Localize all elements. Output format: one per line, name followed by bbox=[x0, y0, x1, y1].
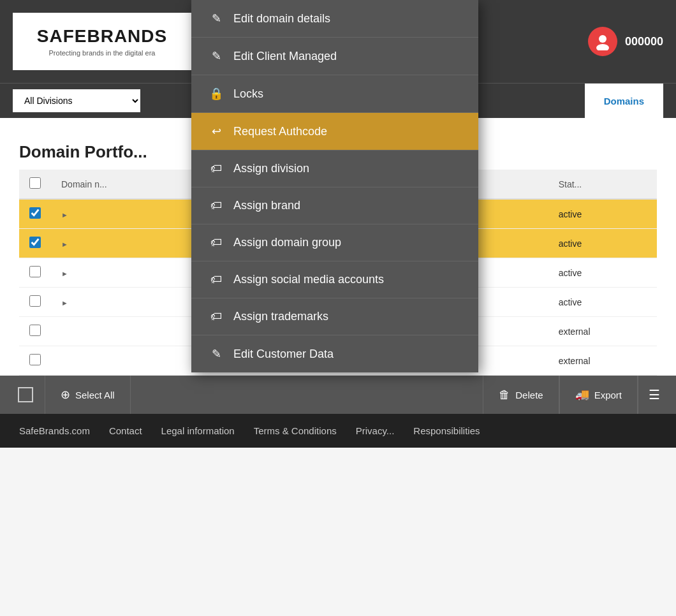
row-status: external bbox=[548, 346, 657, 376]
row-checkbox-cell bbox=[19, 258, 51, 288]
bottom-toolbar: ⊕ Select All 🗑 Delete 🚚 Export ☰ bbox=[0, 376, 676, 414]
export-icon: 🚚 bbox=[575, 388, 589, 402]
row-checkbox[interactable] bbox=[29, 237, 41, 248]
menu-item-icon: 🏷 bbox=[209, 310, 223, 323]
row-checkbox[interactable] bbox=[29, 354, 41, 365]
menu-item-label: Assign division bbox=[233, 162, 309, 175]
footer-link-safebrands[interactable]: SafeBrands.com bbox=[19, 425, 90, 436]
select-all-label: Select All bbox=[75, 390, 115, 400]
footer-link-responsibilities[interactable]: Responsibilities bbox=[413, 425, 480, 436]
chevron-right-icon[interactable]: ► bbox=[61, 240, 68, 248]
row-checkbox[interactable] bbox=[29, 266, 41, 277]
menu-item-label: Assign domain group bbox=[233, 236, 341, 249]
row-checkbox-cell bbox=[19, 229, 51, 258]
row-checkbox-cell bbox=[19, 199, 51, 229]
row-checkbox-cell bbox=[19, 346, 51, 376]
row-status: external bbox=[548, 317, 657, 346]
svg-point-0 bbox=[599, 35, 606, 43]
columns-icon: ☰ bbox=[649, 387, 660, 402]
menu-item-icon: 🔒 bbox=[209, 87, 223, 101]
menu-item-label: Assign brand bbox=[233, 199, 300, 212]
menu-item-icon: ✎ bbox=[209, 49, 223, 63]
menu-item-1[interactable]: ✎Edit Client Managed bbox=[191, 38, 478, 75]
menu-item-2[interactable]: 🔒Locks bbox=[191, 75, 478, 113]
row-status: active bbox=[548, 229, 657, 258]
chevron-right-icon[interactable]: ► bbox=[61, 270, 68, 277]
footer: SafeBrands.com Contact Legal information… bbox=[0, 414, 676, 448]
chevron-right-icon[interactable]: ► bbox=[61, 211, 68, 219]
logo-subtitle: Protecting brands in the digital era bbox=[49, 49, 156, 57]
footer-link-contact[interactable]: Contact bbox=[109, 425, 142, 436]
footer-link-privacy[interactable]: Privacy... bbox=[356, 425, 395, 436]
menu-item-label: Edit domain details bbox=[233, 12, 330, 26]
row-status: active bbox=[548, 288, 657, 317]
user-avatar[interactable] bbox=[588, 27, 617, 56]
delete-icon: 🗑 bbox=[499, 388, 510, 402]
logo-title: SAFEBRANDS bbox=[37, 26, 167, 47]
row-checkbox[interactable] bbox=[29, 207, 41, 219]
chevron-right-icon[interactable]: ► bbox=[61, 299, 68, 307]
col-status: Stat... bbox=[548, 170, 657, 199]
select-all-icon: ⊕ bbox=[61, 388, 70, 402]
col-checkbox bbox=[19, 170, 51, 199]
divisions-select[interactable]: All Divisions bbox=[13, 89, 140, 112]
menu-item-icon: 🏷 bbox=[209, 162, 223, 175]
row-status: active bbox=[548, 199, 657, 229]
context-menu: ✎Edit domain details✎Edit Client Managed… bbox=[191, 0, 478, 372]
menu-item-label: Locks bbox=[233, 87, 263, 101]
menu-item-icon: 🏷 bbox=[209, 273, 223, 286]
row-checkbox[interactable] bbox=[29, 325, 41, 336]
footer-link-legal[interactable]: Legal information bbox=[161, 425, 235, 436]
menu-item-label: Request Authcode bbox=[233, 125, 327, 138]
export-label: Export bbox=[594, 390, 622, 400]
menu-item-icon: 🏷 bbox=[209, 236, 223, 249]
row-checkbox-cell bbox=[19, 288, 51, 317]
menu-item-label: Edit Customer Data bbox=[233, 348, 334, 361]
columns-button[interactable]: ☰ bbox=[638, 376, 670, 414]
row-expand-arrow[interactable]: ► bbox=[51, 199, 189, 229]
footer-link-terms[interactable]: Terms & Conditions bbox=[254, 425, 337, 436]
tab-domains[interactable]: Domains bbox=[585, 84, 663, 118]
col-domain: Domain n... bbox=[51, 170, 189, 199]
svg-point-1 bbox=[596, 44, 609, 50]
menu-item-icon: ✎ bbox=[209, 11, 223, 26]
menu-item-9[interactable]: ✎Edit Customer Data bbox=[191, 335, 478, 372]
row-expand-arrow[interactable]: ► bbox=[51, 229, 189, 258]
select-all-button[interactable]: ⊕ Select All bbox=[45, 376, 131, 414]
menu-item-icon: ↩ bbox=[209, 124, 223, 138]
row-checkbox-cell bbox=[19, 317, 51, 346]
header-right: 000000 bbox=[588, 27, 663, 56]
menu-item-8[interactable]: 🏷Assign trademarks bbox=[191, 298, 478, 335]
row-expand-arrow bbox=[51, 346, 189, 376]
row-checkbox[interactable] bbox=[29, 295, 41, 307]
logo[interactable]: SAFEBRANDS Protecting brands in the digi… bbox=[13, 13, 191, 70]
user-id: 000000 bbox=[625, 35, 663, 48]
row-expand-arrow[interactable]: ► bbox=[51, 258, 189, 288]
menu-item-icon: ✎ bbox=[209, 347, 223, 361]
toolbar-checkbox-cell bbox=[6, 387, 45, 402]
row-expand-arrow[interactable]: ► bbox=[51, 288, 189, 317]
delete-label: Delete bbox=[515, 390, 543, 400]
delete-button[interactable]: 🗑 Delete bbox=[483, 376, 559, 414]
row-status: active bbox=[548, 258, 657, 288]
menu-item-6[interactable]: 🏷Assign domain group bbox=[191, 224, 478, 261]
select-all-header-checkbox[interactable] bbox=[29, 177, 41, 189]
menu-item-5[interactable]: 🏷Assign brand bbox=[191, 187, 478, 224]
menu-item-label: Assign social media accounts bbox=[233, 273, 384, 286]
menu-item-icon: 🏷 bbox=[209, 199, 223, 212]
menu-item-0[interactable]: ✎Edit domain details bbox=[191, 0, 478, 38]
row-expand-arrow bbox=[51, 317, 189, 346]
menu-item-3[interactable]: ↩Request Authcode bbox=[191, 113, 478, 150]
toolbar-uncheck-box[interactable] bbox=[18, 387, 33, 402]
export-button[interactable]: 🚚 Export bbox=[559, 376, 638, 414]
menu-item-4[interactable]: 🏷Assign division bbox=[191, 150, 478, 187]
menu-item-7[interactable]: 🏷Assign social media accounts bbox=[191, 261, 478, 298]
menu-item-label: Edit Client Managed bbox=[233, 50, 337, 63]
menu-item-label: Assign trademarks bbox=[233, 310, 328, 323]
